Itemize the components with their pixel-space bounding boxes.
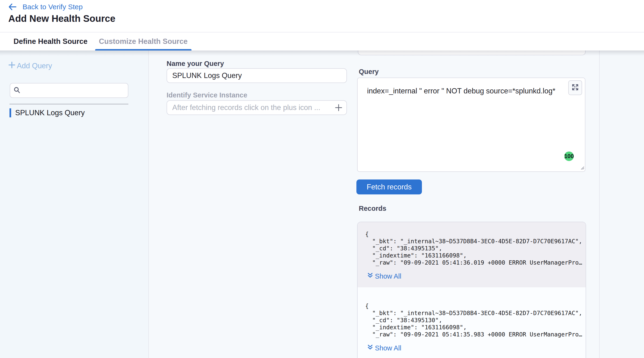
sidebar-item-splunk-logs-query[interactable]: SPLUNK Logs Query <box>10 108 133 117</box>
search-icon <box>14 87 20 94</box>
records-list: { "_bkt": "_internal~38~D537D8B4-3EC0-4D… <box>357 222 586 358</box>
page-header: Back to Verify Step Add New Health Sourc… <box>0 0 644 32</box>
search-input[interactable] <box>22 86 128 95</box>
query-text[interactable]: index=_internal " error " NOT debug sour… <box>367 86 559 96</box>
show-all-link[interactable]: Show All <box>368 272 401 280</box>
right-empty-area <box>600 50 644 358</box>
name-query-label: Name your Query <box>166 60 224 67</box>
service-instance-input[interactable] <box>167 103 346 112</box>
query-sidebar: Add Query SPLUNK Logs Query <box>0 50 149 358</box>
expand-icon <box>572 84 578 91</box>
service-instance-field <box>166 100 347 115</box>
show-all-label: Show All <box>375 344 401 352</box>
page-title: Add New Health Source <box>8 13 115 24</box>
tab-define-health-source[interactable]: Define Health Source <box>10 32 91 50</box>
clipped-field-above[interactable] <box>358 50 586 55</box>
selected-indicator-bar <box>10 108 11 117</box>
resize-handle[interactable] <box>579 165 584 171</box>
add-health-source-screen: Back to Verify Step Add New Health Sourc… <box>0 0 644 358</box>
sidebar-item-label: SPLUNK Logs Query <box>15 109 85 117</box>
show-all-label: Show All <box>375 272 401 280</box>
content-area: Add Query SPLUNK Logs Query Name your Qu… <box>0 50 644 358</box>
tab-customize-health-source[interactable]: Customize Health Source <box>95 32 192 50</box>
query-label: Query <box>359 68 379 76</box>
show-all-link[interactable]: Show All <box>368 344 401 352</box>
add-service-instance-plus-icon[interactable] <box>334 101 343 114</box>
record-count-badge: 100 <box>564 151 574 161</box>
query-editor: index=_internal " error " NOT debug sour… <box>357 77 586 172</box>
records-label: Records <box>359 205 386 212</box>
query-search-box <box>10 83 128 98</box>
fetch-records-button[interactable]: Fetch records <box>356 179 422 194</box>
sidebar-divider <box>10 104 128 104</box>
double-chevron-down-icon <box>368 272 373 280</box>
plus-icon <box>8 61 16 70</box>
back-link[interactable]: Back to Verify Step <box>8 3 82 11</box>
record-json: { "_bkt": "_internal~38~D537D8B4-3EC0-4D… <box>365 303 578 338</box>
record-json: { "_bkt": "_internal~38~D537D8B4-3EC0-4D… <box>365 231 578 266</box>
service-instance-label: Identify Service Instance <box>166 91 247 99</box>
double-chevron-down-icon <box>368 344 373 352</box>
name-query-field <box>166 68 347 83</box>
expand-query-button[interactable] <box>568 80 582 95</box>
add-query-button[interactable]: Add Query <box>8 61 52 70</box>
record-card: { "_bkt": "_internal~38~D537D8B4-3EC0-4D… <box>358 287 586 358</box>
record-card: { "_bkt": "_internal~38~D537D8B4-3EC0-4D… <box>358 222 586 287</box>
tab-bar: Define Health Source Customize Health So… <box>0 32 644 50</box>
add-query-label: Add Query <box>17 62 52 70</box>
name-query-input[interactable] <box>167 71 346 80</box>
back-arrow-icon <box>8 3 16 10</box>
back-link-label: Back to Verify Step <box>22 3 82 11</box>
